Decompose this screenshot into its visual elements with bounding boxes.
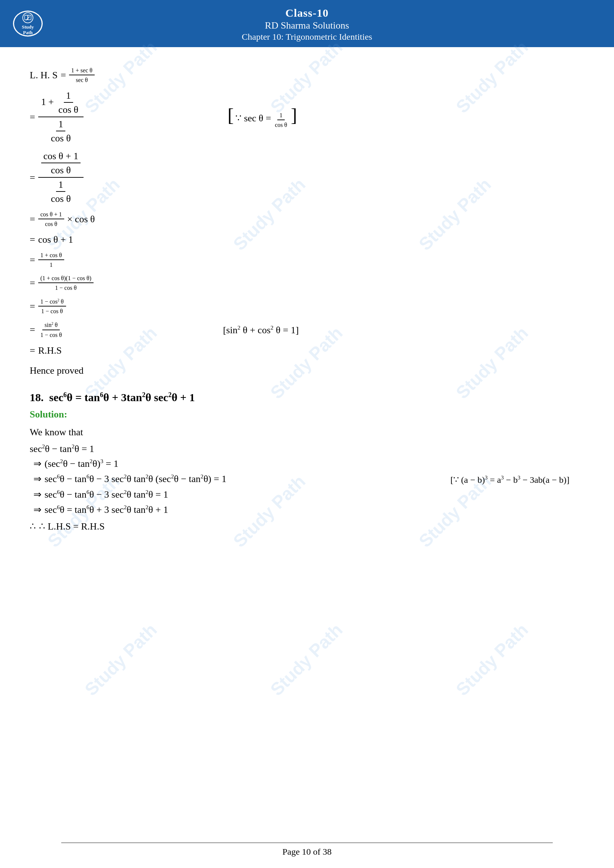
frac-1-cos2-num: 1 − cos2 θ <box>38 298 66 307</box>
hence-proved: Hence proved <box>30 365 577 376</box>
bracket-content: ∵ sec θ = <box>236 113 271 124</box>
step18-4-text: sec6θ − tan6θ − 3 sec2θ tan2θ = 1 <box>45 489 168 500</box>
arrow-4: ⇒ <box>33 504 42 515</box>
step-6: = (1 + cos θ)(1 − cos θ) 1 − cos θ <box>30 275 577 291</box>
logo: StudyPath <box>11 10 45 37</box>
one-over-cos-b-num: 1 <box>56 179 65 192</box>
frac-product-over-1-cos: (1 + cos θ)(1 − cos θ) 1 − cos θ <box>38 275 93 291</box>
page-footer: Page 10 of 38 <box>0 842 614 857</box>
big-frac-den-1: 1 cos θ <box>46 118 76 144</box>
arrow-1: ⇒ <box>33 458 42 470</box>
step18-5: ⇒ sec6θ = tan6θ + 3 sec2θ tan2θ + 1 <box>30 504 577 515</box>
inner-frac-2-den: cos θ <box>49 132 73 144</box>
header-chapter: Chapter 10: Trigonometric Identities <box>0 32 614 42</box>
inner-frac-1-den: cos θ <box>56 104 81 115</box>
lhs-equals: = <box>60 70 66 81</box>
step18-1: sec2θ − tan2θ = 1 <box>30 443 577 454</box>
big-frac-2-den: 1 cos θ <box>46 178 76 205</box>
step18-6-text: ∴ L.H.S = R.H.S <box>39 521 105 532</box>
frac-1-plus-cos-over-1-den: 1 <box>48 261 55 268</box>
big-frac-num-1: 1 + 1 cos θ <box>38 90 84 117</box>
arrow-2: ⇒ <box>33 473 42 485</box>
bracket-open: [ <box>228 105 234 126</box>
watermark-14: Study Path <box>266 619 346 699</box>
solution-18-label: Solution: <box>30 409 577 420</box>
step-8: = sin2 θ 1 − cos θ [sin2 θ + cos2 θ = 1] <box>30 321 577 338</box>
step-3: = cos θ + 1 cos θ × cos θ <box>30 211 577 228</box>
frac-sin2-num: sin2 θ <box>42 321 60 330</box>
frac-product-num: (1 + cos θ)(1 − cos θ) <box>38 275 93 283</box>
frac-1-cos2-over-1-cos: 1 − cos2 θ 1 − cos θ <box>38 298 66 315</box>
big-frac-1: 1 + 1 cos θ 1 cos θ <box>38 90 84 144</box>
step18-3-text: sec6θ − tan6θ − 3 sec2θ tan2θ (sec2θ − t… <box>45 473 226 485</box>
frac-sin2-over-1-cos: sin2 θ 1 − cos θ <box>38 321 64 338</box>
problem-18-number: 18. sec6θ = tan6θ + 3tan2θ sec2θ + 1 <box>30 391 577 404</box>
step-rhs: = R.H.S <box>30 345 577 356</box>
header-subtitle: RD Sharma Solutions <box>0 20 614 31</box>
arrow-3: ⇒ <box>33 489 42 500</box>
cos-plus-1-den: cos θ <box>49 164 73 176</box>
problem-18-num-text: 18. <box>30 391 44 403</box>
step-expand-sec: = 1 + 1 cos θ 1 cos θ [ ∵ sec θ = 1 <box>30 90 577 144</box>
inner-frac-2-num: 1 <box>56 119 65 131</box>
step18-1-text: sec2θ − tan2θ = 1 <box>30 443 94 454</box>
frac-1-over-cos-den: cos θ <box>273 121 289 129</box>
inner-frac-1-num: 1 <box>64 90 73 103</box>
frac-1-over-cos-num: 1 <box>277 112 285 120</box>
step18-6: ∴ ∴ L.H.S = R.H.S <box>30 521 577 532</box>
cos-plus-1-num: cos θ + 1 <box>41 151 81 163</box>
rhs-label: R.H.S <box>38 345 62 356</box>
logo-icon <box>21 12 35 24</box>
lhs-label: L. H. S <box>30 70 57 81</box>
svg-rect-2 <box>28 15 31 20</box>
step18-5-text: sec6θ = tan6θ + 3 sec2θ tan2θ + 1 <box>45 504 168 515</box>
step18-4: ⇒ sec6θ − tan6θ − 3 sec2θ tan2θ = 1 <box>30 489 577 500</box>
bracket-close: ] <box>291 105 297 126</box>
watermark-13: Study Path <box>81 619 161 699</box>
step-2: = cos θ + 1 cos θ 1 cos θ <box>30 151 577 205</box>
cos-plus-1-over-cos: cos θ + 1 cos θ <box>41 151 81 176</box>
inner-frac-1: 1 cos θ <box>56 90 81 115</box>
frac-cos-plus-1-over-cos-den: cos θ <box>43 220 59 228</box>
bracket-note-sec: [ ∵ sec θ = 1 cos θ ] <box>228 106 297 128</box>
watermark-15: Study Path <box>452 619 532 699</box>
step18-3-note: [∵ (a − b)3 = a3 − b3 − 3ab(a − b)] <box>450 474 577 485</box>
footer-page: Page 10 of 38 <box>0 847 614 857</box>
frac-product-den: 1 − cos θ <box>53 284 79 291</box>
lhs-start: L. H. S = 1 + sec θ sec θ <box>30 67 577 84</box>
big-frac-2: cos θ + 1 cos θ 1 cos θ <box>38 151 84 205</box>
problem-18-equation: sec6θ = tan6θ + 3tan2θ sec2θ + 1 <box>50 391 195 403</box>
frac-sin2-den: 1 − cos θ <box>38 331 64 338</box>
page-header: StudyPath Class-10 RD Sharma Solutions C… <box>0 0 614 47</box>
step18-2: ⇒ (sec2θ − tan2θ)3 = 1 <box>30 458 577 470</box>
inner-frac-2: 1 cos θ <box>49 119 73 144</box>
frac-1-plus-sec-over-sec: 1 + sec θ sec θ <box>69 67 95 84</box>
therefore-symbol: ∴ <box>30 521 36 532</box>
step-4: = cos θ + 1 <box>30 234 577 245</box>
frac-1-cos2-den: 1 − cos θ <box>39 307 65 315</box>
cos-plus-1: cos θ + 1 <box>38 234 73 245</box>
frac-cos-plus-1-over-cos-num: cos θ + 1 <box>38 211 64 219</box>
step18-3: ⇒ sec6θ − tan6θ − 3 sec2θ tan2θ (sec2θ −… <box>30 473 577 485</box>
frac-num: 1 + sec θ <box>69 67 95 75</box>
step18-2-text: (sec2θ − tan2θ)3 = 1 <box>45 458 118 470</box>
frac-1-plus-cos-over-1-num: 1 + cos θ <box>38 252 64 260</box>
bracket-note-sin2: [sin2 θ + cos2 θ = 1] <box>223 324 299 336</box>
one-over-cos-b-den: cos θ <box>49 192 73 205</box>
we-know-text: We know that <box>30 427 577 438</box>
logo-text: StudyPath <box>22 24 34 35</box>
frac-1-over-cos: 1 cos θ <box>273 112 289 129</box>
header-class: Class-10 <box>0 7 614 19</box>
logo-circle: StudyPath <box>13 11 43 37</box>
footer-divider <box>61 842 552 843</box>
big-frac-2-num: cos θ + 1 cos θ <box>38 151 84 178</box>
frac-cos-plus-1-over-cos: cos θ + 1 cos θ <box>38 211 64 228</box>
times-cos: × cos θ <box>67 214 95 225</box>
step-7: = 1 − cos2 θ 1 − cos θ <box>30 298 577 315</box>
step-5: = 1 + cos θ 1 <box>30 252 577 268</box>
one-over-cos-b: 1 cos θ <box>49 179 73 205</box>
frac-den: sec θ <box>73 76 90 84</box>
frac-1-plus-cos-over-1: 1 + cos θ 1 <box>38 252 64 268</box>
